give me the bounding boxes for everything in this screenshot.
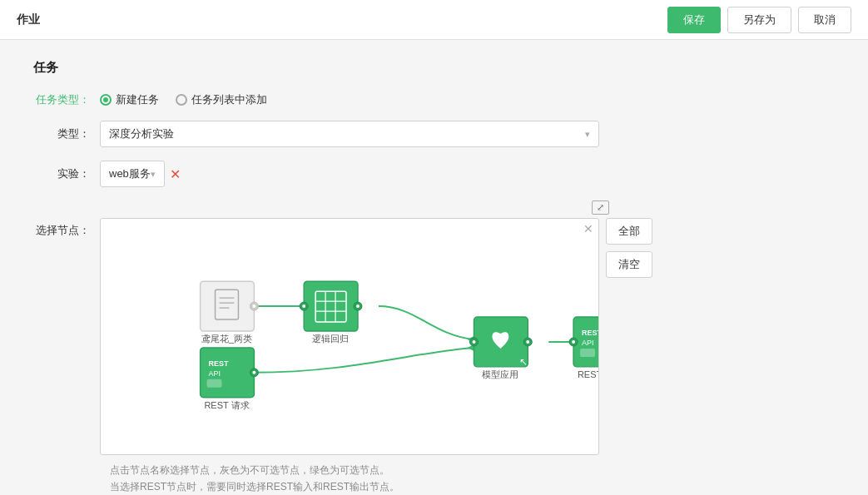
conn-logic-model <box>379 306 474 339</box>
canvas-close-icon[interactable]: ✕ <box>583 222 593 235</box>
svg-point-6 <box>252 304 255 308</box>
type-select[interactable]: 深度分析实验 ▾ <box>100 121 599 147</box>
svg-text:REST: REST <box>209 359 229 368</box>
expand-icon[interactable]: ⤢ <box>592 200 609 215</box>
radio-new-task[interactable]: 新建任务 <box>100 92 159 107</box>
svg-rect-26 <box>580 349 595 357</box>
hint-line2: 当选择REST节点时，需要同时选择REST输入和REST输出节点。 <box>110 478 835 495</box>
experiment-row: 实验： web服务 ▾ ✕ <box>33 161 835 187</box>
node-canvas-container: ✕ <box>100 218 599 455</box>
type-row: 类型： 深度分析实验 ▾ <box>33 121 835 147</box>
label-model: 模型应用 <box>482 369 518 379</box>
svg-rect-32 <box>207 379 222 388</box>
svg-text:↖: ↖ <box>519 356 528 368</box>
label-logic: 逻辑回归 <box>312 334 349 344</box>
flow-diagram: 鸢尾花_两类 <box>101 219 598 452</box>
type-label: 类型： <box>33 126 100 141</box>
task-type-row: 任务类型： 新建任务 任务列表中添加 <box>33 92 835 107</box>
node-canvas: ✕ <box>100 218 599 455</box>
page-title: 作业 <box>17 12 40 27</box>
type-select-value: 深度分析实验 <box>109 126 585 141</box>
node-rest-response[interactable]: REST API <box>569 317 598 367</box>
header: 作业 保存 另存为 取消 <box>0 0 868 40</box>
svg-point-21 <box>526 340 529 344</box>
header-buttons: 保存 另存为 取消 <box>667 7 851 33</box>
experiment-select[interactable]: web服务 ▾ <box>100 161 165 187</box>
experiment-close-icon[interactable]: ✕ <box>170 166 181 182</box>
svg-rect-7 <box>304 281 358 331</box>
node-area-wrapper: 选择节点： ✕ <box>33 218 835 455</box>
node-sidebar: 全部 清空 <box>606 218 652 278</box>
label-iris: 鸢尾花_两类 <box>201 334 252 344</box>
experiment-select-value: web服务 <box>109 166 151 181</box>
node-rest-request[interactable]: REST API <box>201 348 259 398</box>
svg-text:API: API <box>582 339 593 347</box>
type-select-arrow: ▾ <box>585 129 590 140</box>
hint-line1: 点击节点名称选择节点，灰色为不可选节点，绿色为可选节点。 <box>110 462 835 478</box>
svg-point-34 <box>252 371 255 374</box>
svg-text:API: API <box>209 369 221 378</box>
all-button[interactable]: 全部 <box>606 218 652 245</box>
svg-point-28 <box>572 340 575 344</box>
node-iris[interactable] <box>201 281 259 331</box>
experiment-select-arrow: ▾ <box>151 169 156 180</box>
svg-text:REST: REST <box>582 329 598 337</box>
experiment-label: 实验： <box>33 166 100 181</box>
label-rest-request: REST 请求 <box>204 400 249 410</box>
label-rest-response: REST 响应 <box>578 369 598 379</box>
svg-point-16 <box>356 304 360 308</box>
node-logic[interactable] <box>300 281 362 331</box>
save-button[interactable]: 保存 <box>667 7 721 33</box>
svg-point-19 <box>473 340 476 344</box>
radio-add-from-list[interactable]: 任务列表中添加 <box>176 92 267 107</box>
experiment-input-group: web服务 ▾ ✕ <box>100 161 181 187</box>
node-area-label: 选择节点： <box>33 218 100 238</box>
radio-add-from-list-label: 任务列表中添加 <box>191 92 267 107</box>
conn-rest-model <box>254 348 474 373</box>
radio-add-from-list-dot <box>176 94 187 106</box>
task-type-radio-group: 新建任务 任务列表中添加 <box>100 92 267 107</box>
svg-rect-0 <box>201 281 255 331</box>
task-type-label: 任务类型： <box>33 92 100 107</box>
hint-area: 点击节点名称选择节点，灰色为不可选节点，绿色为可选节点。 当选择REST节点时，… <box>110 462 835 495</box>
radio-new-task-label: 新建任务 <box>116 92 159 107</box>
clear-button[interactable]: 清空 <box>606 251 652 278</box>
svg-point-14 <box>302 304 305 308</box>
radio-new-task-dot <box>100 94 112 106</box>
save-as-button[interactable]: 另存为 <box>727 7 791 33</box>
page-body: 任务 任务类型： 新建任务 任务列表中添加 类型： 深度分析实验 ▾ 实验： w… <box>0 40 868 495</box>
cancel-button[interactable]: 取消 <box>798 7 851 33</box>
node-model[interactable]: ↖ <box>470 317 533 368</box>
section-title: 任务 <box>33 60 835 76</box>
node-area-content: ✕ <box>100 218 835 455</box>
